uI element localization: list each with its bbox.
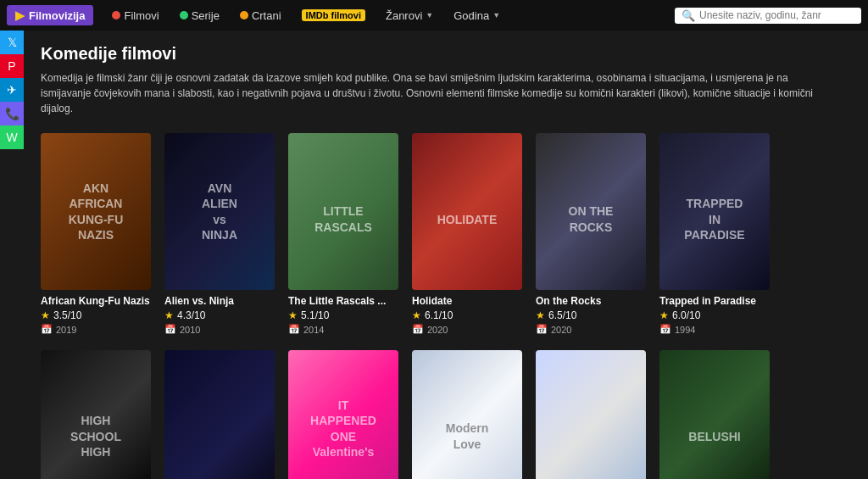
movie-rating: ★5.1/10 (288, 309, 398, 321)
filmovi-dot-icon (112, 11, 120, 19)
brand-logo[interactable]: ▶ Filmovizija (7, 5, 93, 25)
nav-crtani[interactable]: Crtani (231, 6, 290, 25)
movie-title: African Kung-Fu Nazis (41, 295, 151, 307)
movie-year: 📅2010 (164, 324, 275, 335)
calendar-icon: 📅 (536, 324, 548, 335)
star-icon: ★ (412, 309, 421, 321)
movie-rating: ★6.0/10 (659, 309, 770, 321)
movie-card[interactable]: TRAPPED IN PARADISETrapped in Paradise★6… (659, 133, 770, 335)
movie-rating: ★6.5/10 (536, 309, 646, 321)
zanrovi-label: Žanrovi (386, 9, 422, 22)
nav-imdb[interactable]: IMDb filmovi (293, 6, 374, 25)
brand-name: Filmovizija (29, 9, 85, 22)
calendar-icon: 📅 (288, 324, 300, 335)
movie-year: 📅2020 (536, 324, 646, 335)
search-input[interactable] (699, 9, 854, 21)
star-icon: ★ (288, 309, 298, 321)
social-whatsapp-button[interactable]: W (0, 125, 24, 149)
movie-rating: ★4.3/10 (164, 309, 275, 321)
star-icon: ★ (536, 309, 545, 321)
nav-godina[interactable]: Godina ▼ (445, 6, 509, 25)
calendar-icon: 📅 (41, 324, 53, 335)
nav-filmovi[interactable]: Filmovi (103, 6, 167, 25)
page-description: Komedija je filmski žanr čiji je osnovni… (41, 70, 837, 116)
movie-grid-row2: HIGH SCHOOL HIGHHigh School HighIT HAPPE… (41, 350, 851, 479)
movie-card[interactable]: BELUSHIBelushi (659, 350, 770, 479)
social-viber-button[interactable]: 📞 (0, 102, 24, 125)
movie-title: Holidate (412, 295, 522, 307)
nav-zanrovi[interactable]: Žanrovi ▼ (377, 6, 442, 25)
movie-card[interactable]: HOLIDATEHolidate★6.1/10📅2020 (412, 133, 522, 335)
main-content: Komedije filmovi Komedija je filmski žan… (24, 31, 868, 479)
movie-card[interactable]: HIGH SCHOOL HIGHHigh School High (41, 350, 151, 479)
movie-year: 📅1994 (659, 324, 770, 335)
search-bar: 🔍 (675, 8, 861, 24)
search-icon: 🔍 (682, 9, 695, 22)
movie-card[interactable] (164, 350, 275, 479)
movie-year: 📅2019 (41, 324, 151, 335)
movie-card[interactable]: LITTLE RASCALSThe Little Rascals ...★5.1… (288, 133, 398, 335)
calendar-icon: 📅 (659, 324, 671, 335)
movie-card[interactable]: Modern LoveModern Love (412, 350, 522, 479)
social-pinterest-button[interactable]: P (0, 54, 24, 78)
movie-card[interactable] (536, 350, 646, 479)
social-twitter-button[interactable]: 𝕏 (0, 31, 24, 54)
movie-card[interactable]: IT HAPPENED ONE Valentine'sIt Happened O… (288, 350, 398, 479)
godina-label: Godina (453, 9, 489, 22)
play-icon: ▶ (15, 8, 25, 22)
star-icon: ★ (164, 309, 174, 321)
page-title: Komedije filmovi (41, 44, 851, 64)
movie-title: The Little Rascals ... (288, 295, 398, 307)
movie-title: Trapped in Paradise (659, 295, 770, 307)
calendar-icon: 📅 (164, 324, 176, 335)
movie-card[interactable]: AKN AFRICAN KUNG-FU NAZISAfrican Kung-Fu… (41, 133, 151, 335)
serije-dot-icon (180, 11, 188, 19)
nav-serije[interactable]: Serije (171, 6, 228, 25)
crtani-dot-icon (240, 11, 248, 19)
social-telegram-button[interactable]: ✈ (0, 78, 24, 102)
movie-title: Alien vs. Ninja (164, 295, 275, 307)
star-icon: ★ (659, 309, 669, 321)
movie-card[interactable]: ON THE ROCKSOn the Rocks★6.5/10📅2020 (536, 133, 646, 335)
calendar-icon: 📅 (412, 324, 424, 335)
star-icon: ★ (41, 309, 50, 321)
imdb-badge: IMDb filmovi (302, 9, 365, 21)
social-sidebar: 𝕏 P ✈ 📞 W (0, 31, 24, 149)
movie-grid-row1: AKN AFRICAN KUNG-FU NAZISAfrican Kung-Fu… (41, 133, 851, 335)
movie-title: On the Rocks (536, 295, 646, 307)
movie-card[interactable]: AVN ALIEN vs NINJAAlien vs. Ninja★4.3/10… (164, 133, 275, 335)
movie-rating: ★6.1/10 (412, 309, 522, 321)
movie-year: 📅2020 (412, 324, 522, 335)
godina-chevron-icon: ▼ (492, 11, 500, 19)
movie-year: 📅2014 (288, 324, 398, 335)
movie-rating: ★3.5/10 (41, 309, 151, 321)
zanrovi-chevron-icon: ▼ (426, 11, 433, 19)
top-navigation: ▶ Filmovizija Filmovi Serije Crtani IMDb… (0, 0, 868, 31)
